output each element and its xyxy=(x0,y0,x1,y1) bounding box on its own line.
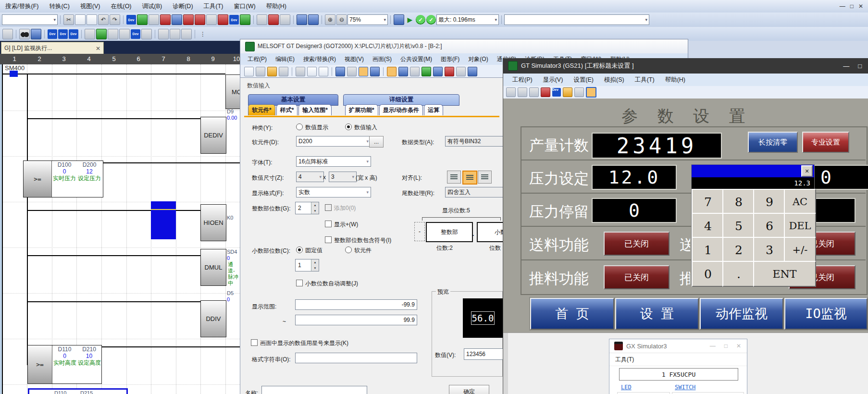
stamp-icon[interactable] xyxy=(85,29,95,39)
checkbox-asterisk-display[interactable]: 画面中显示的数值用星号来显示(K) xyxy=(251,339,348,347)
sim-keyboard-icon[interactable] xyxy=(586,87,596,98)
device-display-icon[interactable]: Dev xyxy=(126,15,136,25)
paste-icon[interactable] xyxy=(87,14,97,25)
overflow-dots-icon[interactable]: ⋮ xyxy=(198,29,208,39)
find-icon[interactable] xyxy=(19,29,30,39)
library-icon[interactable] xyxy=(468,67,477,76)
contact-on-indicator[interactable] xyxy=(10,71,18,77)
align-right-button[interactable] xyxy=(478,171,492,184)
spin-down-icon[interactable]: ▼ xyxy=(311,265,319,271)
menu-common[interactable]: 公共设置(M) xyxy=(396,54,436,65)
monitor-stop-icon[interactable] xyxy=(195,14,205,25)
tab-input-range[interactable]: 输入范围* xyxy=(298,104,332,115)
format-combobox[interactable]: 实数▾ xyxy=(296,187,371,197)
feed-function-button[interactable]: 已关闭 xyxy=(604,232,670,256)
new-icon[interactable] xyxy=(244,67,254,76)
key-ent[interactable]: ENT xyxy=(753,261,816,287)
menu-help[interactable]: 帮助(H) xyxy=(660,74,691,86)
tab-close-icon[interactable]: ✕ xyxy=(96,45,100,52)
compare-block-height[interactable]: >= D110 0 实时高度 D210 10 设定高度 xyxy=(27,345,102,384)
checkbox-add-zero[interactable]: 添加0(0) xyxy=(325,204,356,212)
zoom-in-icon[interactable]: ⊕ xyxy=(325,14,335,25)
dmul-block[interactable]: DMUL xyxy=(200,249,226,286)
edit-comment-icon[interactable] xyxy=(96,29,107,39)
ladder-editor[interactable]: 1 2 3 4 5 6 7 8 9 10 SM400 MO DEDIV HIOE… xyxy=(0,54,240,394)
empty-combobox[interactable]: ▾ xyxy=(504,14,649,25)
menu-tools[interactable]: 工具(T) xyxy=(630,74,660,86)
menu-tools[interactable]: 工具(T) xyxy=(615,356,634,364)
save-icon[interactable] xyxy=(279,67,288,76)
menu-view[interactable]: 视图(V) xyxy=(340,54,368,65)
font-combobox[interactable]: 16点阵标准▾ xyxy=(296,156,371,167)
key-6[interactable]: 6 xyxy=(753,213,786,239)
menu-debug[interactable]: 调试(B) xyxy=(137,0,168,12)
screen-prop-icon[interactable] xyxy=(410,67,420,76)
simulator-start-icon[interactable] xyxy=(422,67,431,76)
paste-icon[interactable] xyxy=(319,67,328,76)
window-tile-icon[interactable] xyxy=(308,14,319,25)
find-replace-icon[interactable] xyxy=(31,29,41,39)
device-batch-icon[interactable] xyxy=(137,14,148,25)
radio-device[interactable]: 软元件 xyxy=(345,246,372,255)
checkbox-int-sign[interactable]: 整数部位数包含符号(I) xyxy=(325,236,391,245)
online-change-icon[interactable] xyxy=(218,14,228,25)
sim-open-icon[interactable] xyxy=(506,87,516,97)
expert-settings-button[interactable]: 专业设置 xyxy=(802,132,849,153)
key-0[interactable]: 0 xyxy=(692,261,724,287)
run-icon[interactable]: ▶ xyxy=(405,15,415,25)
close-icon[interactable]: ✕ xyxy=(736,343,741,349)
close-icon[interactable]: ✕ xyxy=(858,3,863,10)
key-ac[interactable]: AC xyxy=(784,189,816,215)
key-dot[interactable]: . xyxy=(722,261,755,287)
zoom-level-combobox[interactable]: 75%▾ xyxy=(347,14,388,25)
device-browse-button[interactable]: ... xyxy=(369,136,384,148)
size-height-combobox[interactable]: 3▾ xyxy=(329,172,357,182)
device-combobox[interactable]: D200▾ xyxy=(296,136,371,147)
undo-icon[interactable]: ↶ xyxy=(98,14,109,25)
sim-start-icon[interactable] xyxy=(529,87,539,97)
selected-row[interactable]: D110 D215 xyxy=(28,388,128,394)
spin-up-icon[interactable]: ▲ xyxy=(311,202,319,208)
nav-home-button[interactable]: 首 页 xyxy=(530,298,614,330)
menu-figure[interactable]: 图形(F) xyxy=(436,54,464,65)
read-plc-icon[interactable] xyxy=(172,14,182,25)
preview-value-field[interactable]: 123456 xyxy=(464,348,504,360)
list-view-icon[interactable] xyxy=(158,29,169,39)
int-digits-spinner[interactable]: 2 ▲▼ xyxy=(295,202,319,214)
key-plus-minus[interactable]: +/- xyxy=(784,237,816,263)
device-search-icon[interactable] xyxy=(141,29,152,39)
key-del[interactable]: DEL xyxy=(784,213,816,239)
verify-icon[interactable] xyxy=(206,14,217,25)
zoom-out-icon[interactable]: ⊖ xyxy=(336,14,347,25)
align-left-button[interactable] xyxy=(447,171,461,184)
range-max-field[interactable]: 99.9 xyxy=(295,315,417,325)
menu-search-replace[interactable]: 搜索/替换(R) xyxy=(299,54,340,65)
redo-icon[interactable]: ↷ xyxy=(110,14,120,25)
key-9[interactable]: 9 xyxy=(753,189,786,215)
write-plc-icon[interactable] xyxy=(160,14,171,25)
checkbox-show-plus[interactable]: 显示+(W) xyxy=(325,221,358,229)
key-7[interactable]: 7 xyxy=(692,189,724,215)
help-icon[interactable] xyxy=(370,67,380,76)
copy-icon[interactable] xyxy=(307,67,317,76)
spin-up-icon[interactable]: ▲ xyxy=(311,259,319,265)
data-check-icon[interactable] xyxy=(445,67,454,76)
mov-block[interactable]: MO xyxy=(225,74,240,109)
align-center-button[interactable] xyxy=(462,171,477,185)
nav-action-monitor-button[interactable]: 动作监视 xyxy=(700,298,783,330)
menu-online[interactable]: 在线(O) xyxy=(105,0,136,12)
radio-numeric-display[interactable]: 数值显示 xyxy=(296,123,328,132)
minimize-icon[interactable]: — xyxy=(840,3,845,10)
pointer-tool-icon[interactable] xyxy=(359,67,368,76)
tab-display-action[interactable]: 显示/动作条件 xyxy=(379,104,423,115)
menu-simulate[interactable]: 模拟(S) xyxy=(599,74,630,86)
watch-combobox[interactable]: ▾ xyxy=(2,14,58,25)
key-2[interactable]: 2 xyxy=(722,237,755,263)
format-string-field[interactable] xyxy=(295,353,417,363)
program-check-icon[interactable] xyxy=(394,14,404,25)
gxsimulator-titlebar[interactable]: GX Simulator3 — □ ✕ xyxy=(609,339,747,353)
decimal-digits-spinner[interactable]: 1 ▲▼ xyxy=(295,259,319,271)
numeric-keypad-popup[interactable]: ✕ 12.3 7 8 9 AC 4 5 6 DEL 1 2 3 +/- 0 . … xyxy=(691,164,815,285)
cpu-selector[interactable]: 1 FX5UCPU xyxy=(619,368,738,381)
wrench-icon[interactable] xyxy=(119,29,130,39)
